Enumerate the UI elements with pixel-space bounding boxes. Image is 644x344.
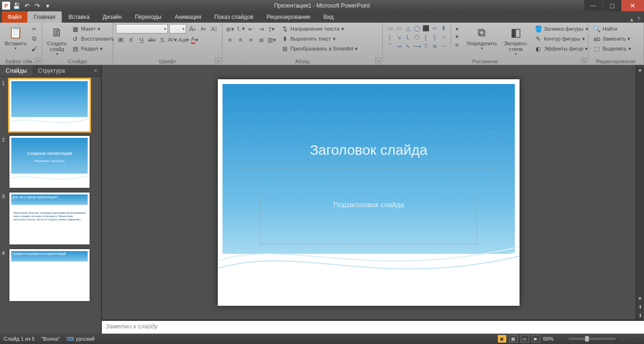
char-spacing-button[interactable]: AV▾ [168, 35, 177, 44]
columns-button[interactable]: ▥▾ [267, 35, 276, 44]
qat-redo-button[interactable]: ↷ [33, 1, 41, 10]
font-color-button[interactable]: A▾ [190, 35, 199, 44]
shadow-button[interactable]: S [157, 35, 167, 44]
scroll-up-button[interactable]: ▲ [636, 65, 644, 74]
shape-item[interactable]: ∿ [404, 42, 412, 50]
clear-format-button[interactable]: A⃠ [209, 24, 219, 34]
shape-item[interactable]: ⋯ [439, 42, 448, 50]
tab-transitions[interactable]: Переходы [128, 11, 168, 23]
shape-item[interactable]: ↘ [395, 33, 403, 42]
underline-button[interactable]: Ч [137, 35, 146, 44]
select-button[interactable]: ⬚Выделить ▾ [591, 44, 641, 53]
tab-design[interactable]: Дизайн [96, 11, 128, 23]
increase-indent-button[interactable]: ⇥ [256, 24, 266, 34]
shape-item[interactable]: ⬡ [413, 33, 421, 42]
new-slide-button[interactable]: 🗎 Создать слайд ▾ [45, 24, 69, 57]
quick-styles-button[interactable]: ◧ Экспресс-стили ▾ [502, 24, 529, 57]
slide-thumbnail-4[interactable]: График популярности презентаций [9, 249, 90, 301]
shape-item[interactable]: ▭ [395, 24, 403, 33]
shape-item[interactable]: { [421, 33, 430, 42]
arrange-button[interactable]: ⧉ Упорядочить ▾ [464, 24, 499, 51]
shape-item[interactable]: △ [404, 24, 412, 33]
italic-button[interactable]: К [126, 35, 136, 44]
align-center-button[interactable]: ≡ [236, 35, 245, 44]
zoom-percent[interactable]: 69% [543, 336, 553, 342]
tab-review[interactable]: Рецензирование [260, 11, 317, 23]
zoom-in-button[interactable]: + [619, 334, 628, 344]
shape-item[interactable]: ⌒ [386, 42, 394, 50]
format-painter-button[interactable]: 🖌 [30, 44, 39, 53]
canvas-area[interactable]: Заголовок слайда Подзаголовок слайда [102, 65, 636, 319]
shape-item[interactable]: ⬆ [439, 24, 448, 33]
align-text-button[interactable]: ⬍Выровнять текст ▾ [279, 34, 360, 43]
shape-item[interactable]: ☆ [439, 33, 448, 42]
close-panel-button[interactable]: × [90, 67, 101, 74]
thumbnails-list[interactable]: 1 2 Создание презентации Разработал: м-р… [0, 76, 101, 334]
fit-to-window-button[interactable]: ⛶ [631, 334, 640, 344]
view-reading-button[interactable]: ▭ [520, 335, 529, 343]
ribbon-minimize-icon[interactable]: ▴ [630, 16, 633, 23]
strike-button[interactable]: abc [147, 35, 157, 44]
shapes-more-down[interactable]: ▾ [452, 33, 462, 41]
view-normal-button[interactable]: ▣ [498, 335, 506, 343]
notes-pane[interactable]: Заметки к слайду [102, 319, 644, 334]
slide-thumbnail-2[interactable]: Создание презентации Разработал: м-р Кун… [9, 136, 90, 188]
shapes-more-open[interactable]: ≡ [452, 41, 462, 49]
bullets-button[interactable]: ≣▾ [225, 24, 235, 34]
shape-item[interactable]: ≋ [430, 42, 439, 50]
tab-file[interactable]: Файл [2, 11, 27, 23]
status-language[interactable]: ⌨русский [66, 336, 94, 342]
ribbon-help-icon[interactable]: ? [637, 16, 640, 23]
reset-button[interactable]: ↺Восстановить [70, 34, 116, 43]
layout-button[interactable]: ▦Макет ▾ [70, 24, 116, 34]
drawing-dialog-launcher[interactable]: ↘ [581, 58, 586, 63]
cut-button[interactable]: ✂ [30, 24, 39, 34]
shape-item[interactable]: ↝ [395, 42, 403, 50]
change-case-button[interactable]: Aa▾ [178, 35, 189, 44]
replace-button[interactable]: abЗаменить ▾ [591, 34, 641, 43]
shape-item[interactable]: ⬛ [421, 24, 430, 33]
font-family-combo[interactable] [116, 24, 168, 34]
qat-undo-button[interactable]: ↶ [23, 1, 31, 10]
shape-item[interactable]: ▭ [386, 24, 394, 33]
align-left-button[interactable]: ≡ [225, 35, 235, 44]
tab-slides[interactable]: Слайды [0, 66, 33, 76]
scroll-down-button[interactable]: ▼ [636, 294, 644, 302]
qat-save-button[interactable]: 💾 [12, 1, 21, 10]
shape-outline-button[interactable]: ✎Контур фигуры ▾ [533, 34, 590, 43]
view-slideshow-button[interactable]: ▶ [532, 335, 540, 343]
align-right-button[interactable]: ≡ [246, 35, 256, 44]
shape-item[interactable]: ◯ [413, 24, 421, 33]
shape-item[interactable]: ⇨ [430, 24, 439, 33]
tab-home[interactable]: Главная [27, 11, 62, 23]
title-placeholder[interactable]: Заголовок слайда [241, 131, 496, 169]
paste-button[interactable]: 📋 Вставить ▾ [3, 24, 29, 53]
close-button[interactable]: ✕ [621, 0, 644, 11]
shape-item[interactable]: │ [386, 33, 394, 42]
qat-customize-button[interactable]: ▾ [43, 1, 52, 10]
font-size-combo[interactable] [169, 24, 186, 34]
shape-item[interactable]: L [404, 33, 412, 42]
line-spacing-button[interactable]: ‡▾ [267, 24, 276, 34]
tab-insert[interactable]: Вставка [62, 11, 96, 23]
zoom-slider[interactable] [569, 338, 616, 340]
shape-item[interactable]: ⟶ [413, 42, 421, 50]
tab-outline[interactable]: Структура [33, 66, 71, 76]
tab-view[interactable]: Вид [317, 11, 340, 23]
slide[interactable]: Заголовок слайда Подзаголовок слайда [218, 79, 520, 306]
copy-button[interactable]: ⧉ [30, 34, 39, 43]
maximize-button[interactable]: ▢ [603, 0, 621, 11]
shrink-font-button[interactable]: A▾ [198, 24, 208, 34]
prev-slide-button[interactable]: ⬆ [636, 302, 644, 311]
slide-thumbnail-3[interactable]: Для чего нужна презентация? Презентация … [9, 193, 90, 244]
decrease-indent-button[interactable]: ⇤ [246, 24, 256, 34]
shapes-gallery[interactable]: ▭▭△◯⬛⇨⬆ │↘L⬡{}☆ ⌒↝∿⟶⤴≋⋯ [386, 24, 448, 50]
vertical-scrollbar[interactable]: ▲ ▼ ⬆ ⬇ [636, 65, 644, 319]
paragraph-dialog-launcher[interactable]: ↘ [375, 58, 381, 63]
clipboard-dialog-launcher[interactable]: ↘ [35, 58, 41, 63]
shape-effects-button[interactable]: ◐Эффекты фигур ▾ [533, 44, 590, 53]
shapes-more-up[interactable]: ▴ [452, 24, 462, 32]
smartart-button[interactable]: ⊞Преобразовать в SmartArt ▾ [279, 44, 360, 53]
grow-font-button[interactable]: A▴ [188, 24, 197, 34]
font-dialog-launcher[interactable]: ↘ [215, 58, 221, 63]
